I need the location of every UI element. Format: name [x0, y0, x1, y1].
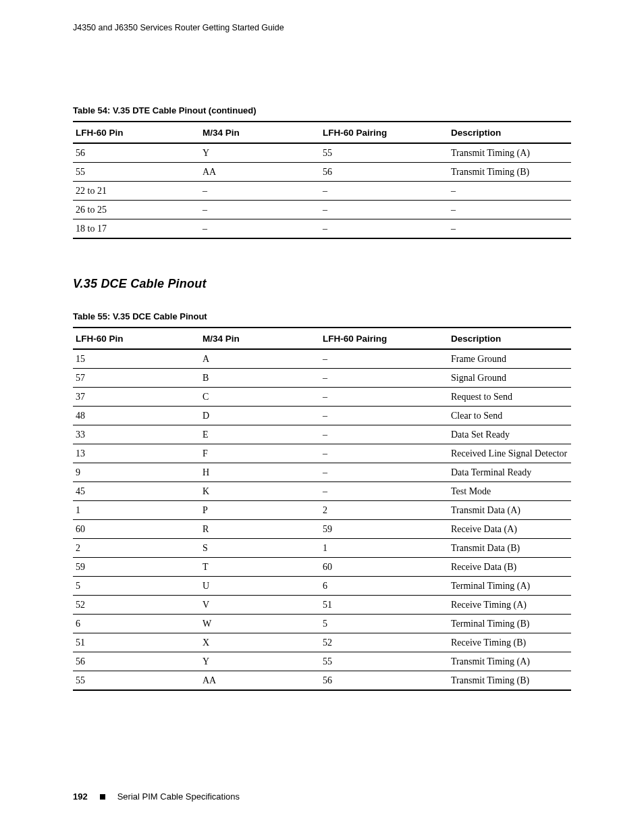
table-row: 13F–Received Line Signal Detector [73, 444, 571, 463]
table-cell: 60 [73, 520, 200, 539]
table-cell: 45 [73, 482, 200, 501]
table-cell: 60 [320, 558, 448, 577]
table-cell: – [320, 482, 448, 501]
table-cell: R [200, 520, 320, 539]
table-cell: Received Line Signal Detector [448, 444, 571, 463]
table-cell: Terminal Timing (A) [448, 577, 571, 596]
table-cell: F [200, 444, 320, 463]
table-row: 1P2Transmit Data (A) [73, 501, 571, 520]
page: J4350 and J6350 Services Router Getting … [0, 0, 644, 834]
table-row: 56Y55Transmit Timing (A) [73, 143, 571, 163]
table-cell: Receive Data (B) [448, 558, 571, 577]
table-cell: 56 [320, 163, 448, 182]
running-head: J4350 and J6350 Services Router Getting … [73, 23, 571, 32]
table-cell: 15 [73, 349, 200, 369]
table55-h3: Description [448, 328, 571, 349]
table-cell: – [320, 201, 448, 219]
table-cell: 55 [73, 163, 200, 182]
table-cell: A [200, 349, 320, 369]
table-cell: 6 [320, 577, 448, 596]
table-cell: 1 [73, 501, 200, 520]
table-row: 48D–Clear to Send [73, 407, 571, 425]
table-cell: 6 [73, 615, 200, 633]
table-cell: Transmit Data (A) [448, 501, 571, 520]
table-row: 15A–Frame Ground [73, 349, 571, 369]
table-cell: 5 [320, 615, 448, 633]
table-cell: Request to Send [448, 388, 571, 407]
table-cell: S [200, 539, 320, 558]
table-row: 5U6Terminal Timing (A) [73, 577, 571, 596]
table54-h2: LFH-60 Pairing [320, 122, 448, 143]
table-cell: 9 [73, 463, 200, 482]
table-row: 56Y55Transmit Timing (A) [73, 652, 571, 671]
table-cell: W [200, 615, 320, 633]
table-row: 55AA56Transmit Timing (B) [73, 671, 571, 691]
table-cell: Signal Ground [448, 369, 571, 388]
table55-h1: M/34 Pin [200, 328, 320, 349]
table-cell: AA [200, 163, 320, 182]
table-cell: – [200, 219, 320, 239]
table-cell: T [200, 558, 320, 577]
table54: LFH-60 Pin M/34 Pin LFH-60 Pairing Descr… [73, 121, 571, 239]
table-cell: H [200, 463, 320, 482]
table-cell: U [200, 577, 320, 596]
table-cell: 56 [73, 652, 200, 671]
table54-h0: LFH-60 Pin [73, 122, 200, 143]
table-cell: – [200, 201, 320, 219]
footer: 192 Serial PIM Cable Specifications [73, 791, 571, 802]
table-cell: 55 [320, 143, 448, 163]
table-row: 18 to 17––– [73, 219, 571, 239]
table55-caption: Table 55: V.35 DCE Cable Pinout [73, 311, 571, 321]
table-row: 26 to 25––– [73, 201, 571, 219]
table-cell: V [200, 596, 320, 615]
table-cell: 26 to 25 [73, 201, 200, 219]
table-cell: 2 [73, 539, 200, 558]
table54-body: 56Y55Transmit Timing (A)55AA56Transmit T… [73, 143, 571, 238]
table-row: 45K–Test Mode [73, 482, 571, 501]
table-cell: Receive Timing (B) [448, 633, 571, 652]
table-cell: – [320, 407, 448, 425]
table-cell: Data Terminal Ready [448, 463, 571, 482]
table-cell: 13 [73, 444, 200, 463]
table-cell: 2 [320, 501, 448, 520]
table-cell: – [448, 182, 571, 201]
table-cell: – [320, 182, 448, 201]
table-cell: – [320, 444, 448, 463]
table-cell: Transmit Timing (B) [448, 163, 571, 182]
table-cell: Frame Ground [448, 349, 571, 369]
table-row: 9H–Data Terminal Ready [73, 463, 571, 482]
table-cell: 55 [320, 652, 448, 671]
table55-body: 15A–Frame Ground57B–Signal Ground37C–Req… [73, 349, 571, 690]
table-cell: – [448, 219, 571, 239]
table-cell: E [200, 425, 320, 444]
table-cell: – [320, 349, 448, 369]
table-cell: – [320, 463, 448, 482]
page-number: 192 [73, 791, 88, 802]
table-cell: 56 [73, 143, 200, 163]
table-cell: Y [200, 143, 320, 163]
table-cell: – [448, 201, 571, 219]
table-cell: 37 [73, 388, 200, 407]
table-cell: Transmit Timing (B) [448, 671, 571, 691]
table-cell: 51 [320, 596, 448, 615]
table-cell: P [200, 501, 320, 520]
table-cell: 51 [73, 633, 200, 652]
table-cell: 5 [73, 577, 200, 596]
table54-h1: M/34 Pin [200, 122, 320, 143]
table55-h2: LFH-60 Pairing [320, 328, 448, 349]
table-cell: – [200, 182, 320, 201]
table-cell: – [320, 388, 448, 407]
table-cell: B [200, 369, 320, 388]
table-row: 55AA56Transmit Timing (B) [73, 163, 571, 182]
table-row: 37C–Request to Send [73, 388, 571, 407]
table-cell: 52 [320, 633, 448, 652]
table-cell: K [200, 482, 320, 501]
table-row: 6W5Terminal Timing (B) [73, 615, 571, 633]
table-row: 2S1Transmit Data (B) [73, 539, 571, 558]
square-bullet-icon [100, 794, 105, 800]
table-cell: 59 [73, 558, 200, 577]
table-cell: 33 [73, 425, 200, 444]
table-cell: Test Mode [448, 482, 571, 501]
table-cell: Y [200, 652, 320, 671]
table-row: 57B–Signal Ground [73, 369, 571, 388]
